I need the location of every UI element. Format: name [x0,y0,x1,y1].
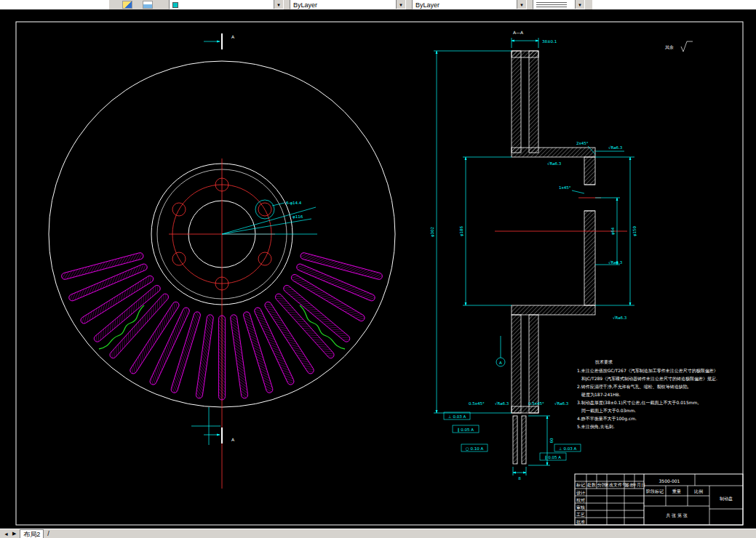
dim-hat-dia: φ186 [459,225,464,236]
tech-req-line: 4.静不平衡量不大于100g.cm. [577,416,637,422]
cad-application-window: ▼ ByLayer ▼ ByLayer ▼ ▼ [0,0,756,538]
stage-label: 阶段标记 [646,489,664,494]
dim-outer-dia: φ302 [430,227,435,237]
chevron-down-icon[interactable]: ▼ [517,0,526,9]
chevron-down-icon[interactable]: ▼ [575,0,584,9]
tb-sig: 校对 [576,497,585,502]
ra-mark: √Ra6.3 [608,260,623,265]
chamfer-note: 1x45° [559,185,571,190]
chamfer-note: 0.5x45° [528,401,544,406]
ra-mark: √Ra6.3 [613,316,627,320]
lineweight-pattern [536,2,567,7]
chamfer-note: 0.5x45° [469,401,485,406]
tb-sig: 审核 [576,505,585,510]
tab-nav-next-icon[interactable]: ▶ [12,531,16,537]
tb-sig: 工艺 [576,512,585,517]
sheet-label: 共 张 第 张 [666,513,688,518]
layer-color-chip [172,2,178,8]
gdt-frame: ⊥ 0.03 A [448,414,466,419]
drawing-canvas[interactable]: A A 6-φ14.4 φ116 A—A [0,9,756,529]
front-view[interactable]: A A 6-φ14.4 φ116 [49,33,395,489]
chamfer-note: 2x45° [576,141,589,145]
tech-requirements[interactable]: 技术要求 1.未注公差值按GC/T267《汽车制造加工零件未注公差尺寸的极限偏差… [577,359,718,430]
lineweight-combo[interactable]: ▼ [533,0,585,9]
tech-req-line: 3.制动盘厚度(38±0.1)尺寸公差,任一截面上不大于0.015mm, [577,400,699,406]
tb-sig: 批准 [576,519,585,525]
ra-mark: √Ra6.3 [608,145,623,150]
tech-req-line: 同一截面上不大于0.03mm. [581,408,636,414]
gdt-frame: ⊥ 0.03 A [559,446,577,451]
ra-mark: √Ra6.3 [495,401,509,406]
gdt-frame: ∥ 0.05 A [545,455,561,460]
dim-bar-height: 60 [549,438,554,443]
tb-header: 处数 [586,482,596,488]
part-number: 3500-001 [659,478,680,483]
tab-nav-prev-icon[interactable]: ◄ [4,531,9,537]
section-centerlines [495,198,627,231]
ra-mark: √Ra6.3 [554,401,569,406]
tech-req-line: 1.未注公差值按GC/T267《汽车制造加工零件未注公差尺寸的极限偏差》 [577,368,718,374]
linetype-combo[interactable]: ByLayer ▼ [412,0,527,9]
section-view[interactable]: A—A [430,30,693,481]
surface-rest-label: 其余 [665,44,674,50]
dim-bore-dia: φ64 [610,227,616,235]
layer-properties-icon[interactable] [143,1,153,9]
chevron-down-icon[interactable]: ▼ [396,0,405,9]
weight-label: 重量 [672,489,681,494]
surface-rest-note: 其余 [665,41,693,52]
tb-sig: 设计 [576,490,585,495]
dim-flange-dia: φ150 [632,225,637,236]
drawing-viewport[interactable]: A A 6-φ14.4 φ116 A—A [0,9,756,529]
ra-mark: √Ra6.3 [547,161,562,166]
tab-separator: / [47,530,49,537]
part-name: 制动盘 [720,496,733,502]
chevron-down-icon[interactable]: ▼ [274,0,283,9]
dim-slot-width: 8 [518,476,521,481]
tb-header: 标记 [576,482,585,488]
gdt-frame: ∥ 0.05 A [458,427,474,433]
tb-header: 年月日 [632,482,645,488]
cut-label-top: A [231,34,235,39]
datum-label: A [499,361,502,365]
tech-req-line: 硬度为187-241HB. [581,392,621,398]
color-combo[interactable]: ByLayer ▼ [290,0,406,9]
title-block[interactable]: 标记 处数 分区 更改文件号 签名 年月日 设计 校对 审核 工艺 批准 350… [575,474,743,525]
toolbar: ▼ ByLayer ▼ ByLayer ▼ ▼ [0,0,756,9]
roughness-check-icon [681,41,693,52]
tech-req-line: 和JC/T289《汽车碟式制动器铸件未注公差尺寸的铸造极限偏差》规定. [581,376,717,382]
statusbar: ◄ ▶ 布局2 / [0,529,756,538]
tech-req-line: 5.未注倒角,去毛刺. [577,424,615,430]
layout-tab[interactable]: 布局2 [20,529,44,538]
cut-label-bottom: A [231,437,235,442]
tech-req-title: 技术要求 [594,359,613,365]
dim-thickness: 38±0.1 [542,39,557,44]
layer-combo[interactable]: ▼ [169,0,284,9]
linetype-combo-value: ByLayer [415,1,439,9]
layers-icon[interactable] [122,1,132,9]
tech-req-line: 2.铸件应清理干净,不允许有气孔、缩松、裂纹等铸造缺陷, [577,384,689,390]
color-combo-value: ByLayer [293,1,317,9]
dim-hub-dia: φ116 [293,214,303,220]
dim-bolt-note: 6-φ14.4 [286,201,302,206]
gdt-frame: ○ 0.10 A [466,446,484,451]
section-title: A—A [513,30,524,35]
tb-header: 更改文件号 [605,482,626,487]
scale-label: 比例 [694,489,703,494]
